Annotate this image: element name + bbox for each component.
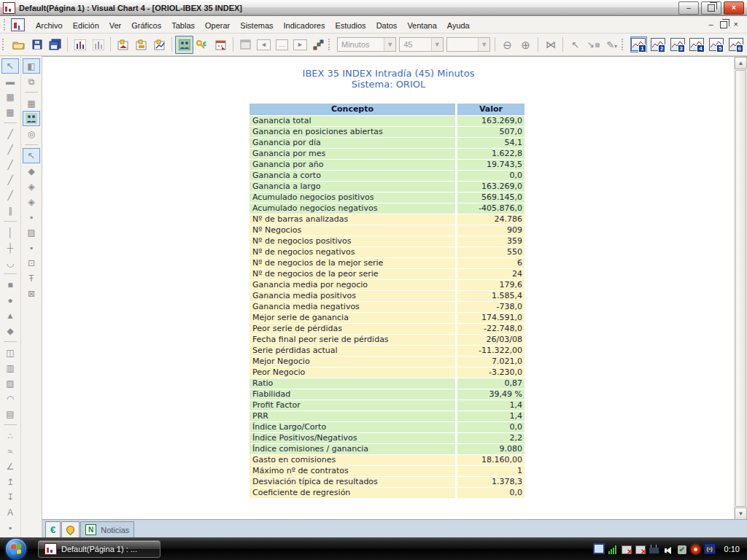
key-euro-icon[interactable]: € [193,36,212,54]
segment-line-icon[interactable]: ╱ [1,141,19,157]
chart-view-1[interactable]: 1 [630,36,647,52]
point-study-icon[interactable]: ∴ [1,428,19,443]
menu-tablas[interactable]: Tablas [166,18,200,33]
ray-line-icon[interactable]: ╱ [1,157,19,172]
minimize-button[interactable]: – [678,1,699,15]
gray-box-icon[interactable]: ▪ [23,240,40,255]
document-icon[interactable] [11,18,25,31]
tab-noticias[interactable]: N Noticias [80,521,134,537]
page-next-icon[interactable]: ► [291,36,309,54]
close-box-icon[interactable]: ⊠ [23,286,40,301]
view-eye-icon[interactable]: ◎ [23,126,40,141]
network-disconnected-2-icon[interactable]: ✕ [635,544,646,554]
menu-estudios[interactable]: Estudios [330,18,371,33]
network-computer-icon[interactable] [593,544,605,554]
page-list-icon[interactable]: … [273,36,291,54]
page-flag-yellow-icon[interactable] [132,36,150,54]
hide-lines-icon[interactable]: ⋈ [541,36,560,54]
mdi-minimize-button[interactable]: – [708,20,713,28]
menu-graficos[interactable]: Gráficos [126,18,166,33]
chart-view-2[interactable]: 2 [650,36,667,52]
properties-icon[interactable] [236,36,255,54]
menu-indicadores[interactable]: Indicadores [279,18,330,33]
volume-icon[interactable] [662,544,674,554]
open-folder-icon[interactable] [9,36,28,54]
calendar-icon[interactable] [212,36,230,54]
systems-people-icon[interactable] [23,111,40,126]
menu-ayuda[interactable]: Ayuda [442,18,475,33]
filled-box-icon[interactable]: ▪ [23,209,40,225]
triangle-icon[interactable]: ▲ [1,308,19,323]
angle-tool-icon[interactable]: ∠ [1,459,19,474]
toolbar-grip[interactable] [2,39,7,50]
pointer-mode-icon[interactable]: ↖ [23,148,40,163]
pointer-object-icon[interactable]: ↘ [584,36,603,54]
chart-view-3[interactable]: 3 [669,36,686,52]
mdi-restore-button[interactable] [720,21,727,28]
wave-study-icon[interactable]: ≈ [1,443,19,459]
tab-euro-quotes[interactable]: € [45,521,61,537]
text-label-icon[interactable]: A [1,505,19,520]
rectangle-icon[interactable]: ■ [1,277,19,292]
menu-datos[interactable]: Datos [371,18,403,33]
zoom-out-icon[interactable]: ⊖ [498,36,516,54]
trend-line-icon[interactable]: ╱ [1,126,19,141]
select-cursor-icon[interactable]: ↖ [1,58,19,74]
toolbar-grip[interactable] [328,39,333,50]
draw-tool-icon[interactable]: ✎▾ [603,36,621,54]
rhombus-icon[interactable]: ◆ [1,323,19,338]
diamond-open-icon[interactable]: ◈ [23,179,40,194]
tab-pinned[interactable] [61,521,80,537]
antivirus-icon[interactable] [690,544,702,554]
menu-ventana[interactable]: Ventana [402,18,441,33]
save-icon[interactable] [28,36,46,54]
menu-operar[interactable]: Operar [200,18,235,33]
grid-icon[interactable]: ▦ [23,96,40,111]
menu-edicion[interactable]: Edición [68,18,104,33]
fibonacci-bands-icon[interactable]: ◫ [1,345,19,360]
diamond-marker-icon[interactable]: ◆ [23,163,40,179]
vertical-line-icon[interactable]: │ [1,225,19,240]
page-prev-icon[interactable]: ◄ [255,36,273,54]
units-select[interactable]: ▼ [446,37,491,52]
stamp-icon[interactable]: ▬ [1,74,19,89]
save-all-icon[interactable] [46,36,64,54]
interval-select[interactable]: 45▼ [399,37,444,52]
systems-statistics-icon[interactable] [175,36,193,54]
filled-region-icon[interactable]: ▦ [1,89,19,104]
compression-select[interactable]: Minutos▼ [337,37,396,52]
toolbar-grip[interactable] [4,19,8,31]
mdi-close-button[interactable]: × [734,20,738,28]
scroll-down-button[interactable]: ▼ [735,508,747,520]
regression-line-icon[interactable]: ╱ [1,187,19,203]
toolbar-grip[interactable] [622,39,626,50]
wireless-activity-icon[interactable]: (•) [704,544,716,554]
arrow-up-icon[interactable]: ↥ [1,474,19,489]
menu-ver[interactable]: Ver [104,18,127,33]
page-flag-blue-icon[interactable] [150,36,169,54]
diamond-dotted-icon[interactable]: ◈ [23,194,40,209]
network-disconnected-icon[interactable]: ✕ [621,544,632,554]
scrollbar-thumb[interactable] [735,70,746,507]
chart-gray-icon[interactable] [89,36,107,54]
anchor-bars-icon[interactable]: Ŧ [23,271,40,286]
cross-line-icon[interactable]: ┼ [1,240,19,255]
pattern-box-icon[interactable]: ▨ [23,225,40,240]
start-button[interactable] [6,539,26,559]
speed-lines-icon[interactable]: ▨ [1,376,19,391]
router-icon[interactable] [649,544,660,554]
updates-ok-icon[interactable]: ✔ [676,544,688,554]
text-note-icon[interactable]: ▤ [1,406,19,421]
arc-icon[interactable]: ◡ [1,255,19,271]
extended-line-icon[interactable]: ╱ [1,172,19,187]
zoom-in-icon[interactable]: ⊕ [516,36,535,54]
fan-arcs-icon[interactable]: ◠ [1,391,19,406]
arrow-down-icon[interactable]: ↧ [1,489,19,505]
chart-view-4[interactable]: 4 [689,36,705,52]
window-layout-icon[interactable]: ◧ [23,58,40,74]
signal-strength-icon[interactable] [607,544,619,554]
dotted-region-icon[interactable]: ▩ [1,104,19,120]
new-chart-icon[interactable] [71,36,89,54]
link-windows-icon[interactable] [309,36,328,54]
chart-view-5[interactable]: 5 [708,36,725,52]
